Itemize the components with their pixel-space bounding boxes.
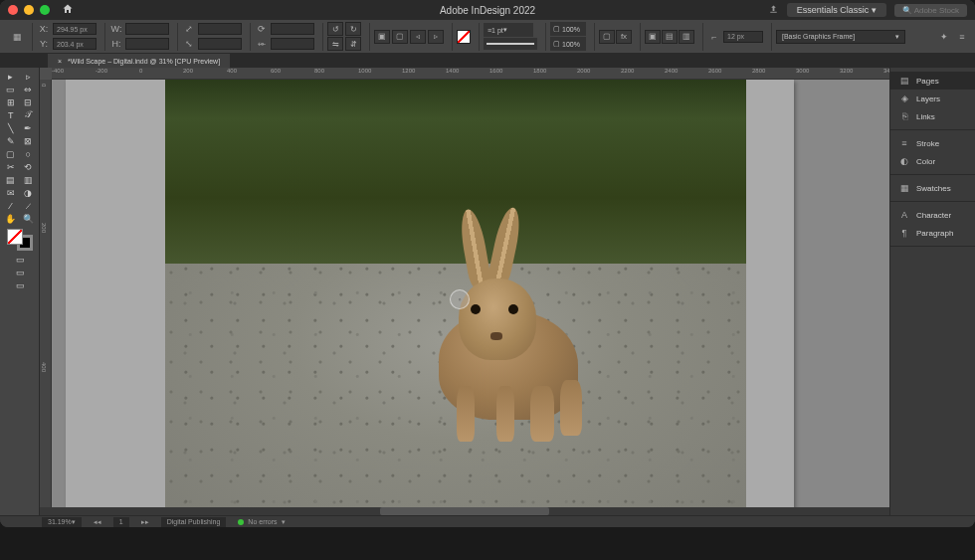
opacity-field-2[interactable]: ▢ 100% xyxy=(550,37,586,51)
content-collector-tool[interactable]: ⊞ xyxy=(2,95,20,108)
type-tool[interactable]: T xyxy=(2,108,20,121)
type-on-path-tool[interactable]: 𝒯 xyxy=(20,108,38,121)
document-tab-label: *Wild Scape – Digital.indd @ 31% [CPU Pr… xyxy=(68,58,220,65)
ruler-tick: 1800 xyxy=(533,68,546,74)
page[interactable]: ◦ xyxy=(66,80,794,515)
free-transform-tool[interactable]: ⟲ xyxy=(20,160,38,173)
fill-swatch[interactable] xyxy=(457,30,471,44)
vertical-ruler[interactable]: 0200400 xyxy=(40,80,52,515)
rectangle-tool[interactable]: ▢ xyxy=(2,147,20,160)
panel-tab-stroke[interactable]: ≡Stroke xyxy=(890,134,975,152)
zoom-tool[interactable]: 🔍 xyxy=(20,212,38,225)
titlebar: Adobe InDesign 2022 Essentials Classic ▾… xyxy=(0,0,975,20)
ellipse-tool[interactable]: ○ xyxy=(20,147,38,160)
shear-field[interactable] xyxy=(271,38,314,50)
text-wrap-none-button[interactable]: ▣ xyxy=(645,30,661,44)
panel-tab-swatches[interactable]: ▦Swatches xyxy=(890,179,975,197)
direct-selection-tool[interactable]: ▹ xyxy=(20,70,38,83)
page-tool[interactable]: ▭ xyxy=(2,83,20,95)
preflight-status[interactable]: No errors ▾ xyxy=(238,518,285,526)
placed-image[interactable]: ◦ xyxy=(165,80,746,515)
document-tab[interactable]: × *Wild Scape – Digital.indd @ 31% [CPU … xyxy=(48,54,230,68)
rotate-field[interactable] xyxy=(271,23,314,35)
document-stage[interactable]: ◦ xyxy=(52,80,889,515)
rectangle-frame-tool[interactable]: ⊠ xyxy=(20,134,38,147)
text-wrap-bbox-button[interactable]: ▤ xyxy=(662,30,678,44)
gradient-swatch-tool[interactable]: ▤ xyxy=(2,173,20,186)
flip-v-button[interactable]: ⇵ xyxy=(345,37,361,51)
scale-x-field[interactable] xyxy=(198,23,242,35)
opacity-field-1[interactable]: ▢ 100% xyxy=(550,22,586,36)
gradient-feather-tool[interactable]: ▥ xyxy=(20,173,38,186)
scissors-tool[interactable]: ✂ xyxy=(2,160,20,173)
ruler-tick: 200 xyxy=(183,68,193,74)
tab-close-icon[interactable]: × xyxy=(58,58,62,65)
scale-y-field[interactable] xyxy=(198,38,242,50)
horizontal-scrollbar-thumb[interactable] xyxy=(380,507,550,515)
canvas-area: -400-20002004006008001000120014001600180… xyxy=(40,68,889,515)
preflight-ok-icon xyxy=(238,519,244,525)
home-button[interactable] xyxy=(62,3,74,17)
content-placer-tool[interactable]: ⊟ xyxy=(20,95,38,108)
hand-tool[interactable]: ✋ xyxy=(2,212,20,225)
share-icon[interactable] xyxy=(768,4,779,17)
minimize-window-button[interactable] xyxy=(24,5,34,15)
height-field[interactable] xyxy=(125,38,169,50)
formatting-affects-button[interactable]: ▭ xyxy=(2,253,38,266)
gap-tool[interactable]: ⇔ xyxy=(20,83,38,95)
width-field[interactable] xyxy=(125,23,169,35)
stroke-style-dropdown[interactable] xyxy=(484,38,537,50)
main-area: ▸▹▭⇔⊞⊟T𝒯╲✒✎⊠▢○✂⟲▤▥✉◑⁄⟋✋🔍▭▭▭ -400-2000200… xyxy=(0,68,975,515)
maximize-window-button[interactable] xyxy=(40,5,50,15)
panel-tab-paragraph[interactable]: ¶Paragraph xyxy=(890,224,975,242)
flip-h-button[interactable]: ⇋ xyxy=(327,37,343,51)
effects-button[interactable]: fx xyxy=(616,30,632,44)
corner-radius-field[interactable]: 12 px xyxy=(723,31,763,43)
drop-shadow-button[interactable]: ▢ xyxy=(599,30,615,44)
select-content-button[interactable]: ▢ xyxy=(392,30,408,44)
stroke-weight-field[interactable]: ≡ 1 pt ▾ xyxy=(484,23,533,37)
horizontal-ruler[interactable]: -400-20002004006008001000120014001600180… xyxy=(52,68,889,80)
reference-point-icon[interactable]: ▦ xyxy=(10,30,24,44)
rabbit-subject xyxy=(409,229,608,477)
page-nav-prev-icon[interactable]: ◂◂ xyxy=(94,518,101,526)
close-window-button[interactable] xyxy=(8,5,18,15)
select-container-button[interactable]: ▣ xyxy=(374,30,390,44)
note-tool[interactable]: ✉ xyxy=(2,186,20,199)
stock-search-input[interactable]: 🔍 Adobe Stock xyxy=(894,4,967,17)
panel-tab-links[interactable]: ⎘Links xyxy=(890,107,975,125)
panel-tab-layers[interactable]: ◈Layers xyxy=(890,90,975,107)
workspace-switcher[interactable]: Essentials Classic ▾ xyxy=(787,3,886,17)
panel-tab-character[interactable]: ACharacter xyxy=(890,206,975,224)
panel-label: Color xyxy=(916,157,935,166)
rotate-ccw-button[interactable]: ↺ xyxy=(327,22,343,36)
controlbar-menu-icon[interactable]: ✦ xyxy=(937,30,951,44)
object-style-dropdown[interactable]: [Basic Graphics Frame]▾ xyxy=(776,30,905,44)
horizontal-scrollbar[interactable] xyxy=(40,507,889,515)
zoom-level-field[interactable]: 31.19% ▾ xyxy=(42,517,82,527)
pencil-tool[interactable]: ✎ xyxy=(2,134,20,147)
fill-stroke-proxy[interactable] xyxy=(7,229,33,251)
status-workspace[interactable]: Digital Publishing xyxy=(161,517,227,527)
select-next-button[interactable]: ▹ xyxy=(428,30,444,44)
page-nav-field[interactable]: 1 xyxy=(113,517,129,527)
line-tool[interactable]: ╲ xyxy=(2,121,20,134)
rotate-cw-button[interactable]: ↻ xyxy=(345,22,361,36)
pen-tool[interactable]: ✒ xyxy=(20,121,38,134)
view-mode-button[interactable]: ▭ xyxy=(2,279,38,291)
panel-tab-color[interactable]: ◐Color xyxy=(890,152,975,170)
measure-tool[interactable]: ⟋ xyxy=(20,199,38,212)
apply-color-button[interactable]: ▭ xyxy=(2,266,38,279)
y-position-field[interactable]: 203.4 px xyxy=(53,38,97,50)
page-nav-next-icon[interactable]: ▸▸ xyxy=(141,518,149,526)
panel-tab-pages[interactable]: ▤Pages xyxy=(890,72,975,90)
selection-tool[interactable]: ▸ xyxy=(2,70,20,83)
select-prev-button[interactable]: ◃ xyxy=(410,30,426,44)
scale-y-icon: ⤡ xyxy=(182,37,196,51)
x-position-field[interactable]: 294.95 px xyxy=(53,23,97,35)
controlbar-flyout-icon[interactable]: ≡ xyxy=(955,30,969,44)
text-wrap-shape-button[interactable]: ▥ xyxy=(679,30,694,44)
color-theme-tool[interactable]: ◑ xyxy=(20,186,38,199)
eyedropper-tool[interactable]: ⁄ xyxy=(2,199,20,212)
ruler-tick: 3400 xyxy=(883,68,889,74)
